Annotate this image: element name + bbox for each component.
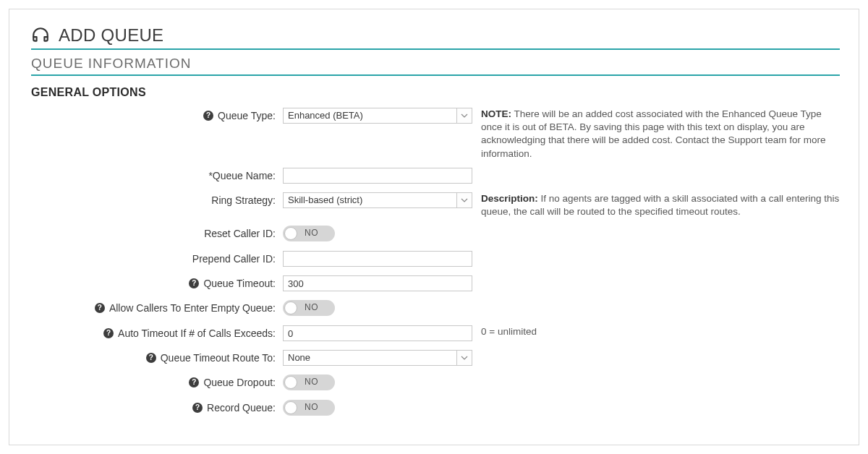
chevron-down-icon[interactable]: [456, 108, 472, 124]
timeout-route-select[interactable]: None: [283, 350, 472, 366]
reset-caller-id-state: NO: [305, 228, 318, 238]
queue-type-note: NOTE: There will be an added cost associ…: [472, 108, 840, 160]
queue-name-label: *Queue Name:: [208, 168, 276, 184]
auto-timeout-input[interactable]: [283, 325, 472, 341]
allow-empty-label: Allow Callers To Enter Empty Queue:: [109, 300, 276, 316]
help-icon[interactable]: ?: [192, 403, 203, 413]
timeout-route-value: None: [283, 350, 456, 366]
toggle-knob: [284, 227, 297, 240]
section-title: QUEUE INFORMATION: [31, 56, 840, 76]
auto-timeout-hint: 0 = unlimited: [481, 326, 537, 337]
ring-strategy-description: Description: If no agents are tagged wit…: [472, 192, 840, 218]
toggle-knob: [284, 301, 297, 314]
ring-strategy-label: Ring Strategy:: [211, 192, 276, 208]
chevron-down-icon[interactable]: [456, 192, 472, 208]
timeout-route-label: Queue Timeout Route To:: [161, 350, 276, 366]
record-queue-toggle[interactable]: NO: [283, 400, 335, 416]
ring-strategy-value: Skill-based (strict): [283, 192, 456, 208]
note-prefix: NOTE:: [481, 108, 511, 119]
help-icon[interactable]: ?: [103, 328, 114, 338]
record-queue-state: NO: [305, 402, 318, 412]
reset-caller-id-toggle[interactable]: NO: [283, 226, 335, 241]
allow-empty-toggle[interactable]: NO: [283, 300, 335, 316]
queue-name-input[interactable]: [283, 168, 472, 184]
help-icon[interactable]: ?: [203, 111, 213, 121]
queue-type-value: Enhanced (BETA): [283, 108, 456, 124]
prepend-caller-id-input[interactable]: [283, 251, 472, 267]
help-icon[interactable]: ?: [189, 278, 199, 288]
headset-icon: [31, 26, 50, 45]
queue-dropout-state: NO: [305, 377, 318, 387]
prepend-caller-id-label: Prepend Caller ID:: [192, 251, 276, 267]
queue-dropout-label: Queue Dropout:: [203, 374, 276, 390]
record-queue-label: Record Queue:: [207, 400, 276, 416]
page-title: ADD QUEUE: [31, 25, 840, 50]
note-text: There will be an added cost associated w…: [481, 108, 826, 159]
subsection-title: GENERAL OPTIONS: [31, 86, 840, 99]
allow-empty-state: NO: [305, 302, 318, 312]
chevron-down-icon[interactable]: [456, 350, 472, 366]
toggle-knob: [284, 376, 297, 389]
queue-type-select[interactable]: Enhanced (BETA): [283, 108, 472, 124]
help-icon[interactable]: ?: [146, 353, 156, 363]
help-icon[interactable]: ?: [95, 303, 105, 313]
queue-timeout-label: Queue Timeout:: [203, 275, 276, 291]
desc-prefix: Description:: [481, 193, 538, 204]
add-queue-panel: ADD QUEUE QUEUE INFORMATION GENERAL OPTI…: [9, 9, 859, 445]
toggle-knob: [284, 401, 297, 414]
queue-dropout-toggle[interactable]: NO: [283, 374, 335, 390]
ring-strategy-select[interactable]: Skill-based (strict): [283, 192, 472, 208]
help-icon[interactable]: ?: [189, 377, 199, 387]
auto-timeout-label: Auto Timeout If # of Calls Exceeds:: [118, 325, 276, 341]
reset-caller-id-label: Reset Caller ID:: [204, 226, 276, 241]
queue-type-label: Queue Type:: [218, 108, 276, 124]
page-title-text: ADD QUEUE: [59, 25, 163, 46]
queue-timeout-input[interactable]: [283, 275, 472, 291]
